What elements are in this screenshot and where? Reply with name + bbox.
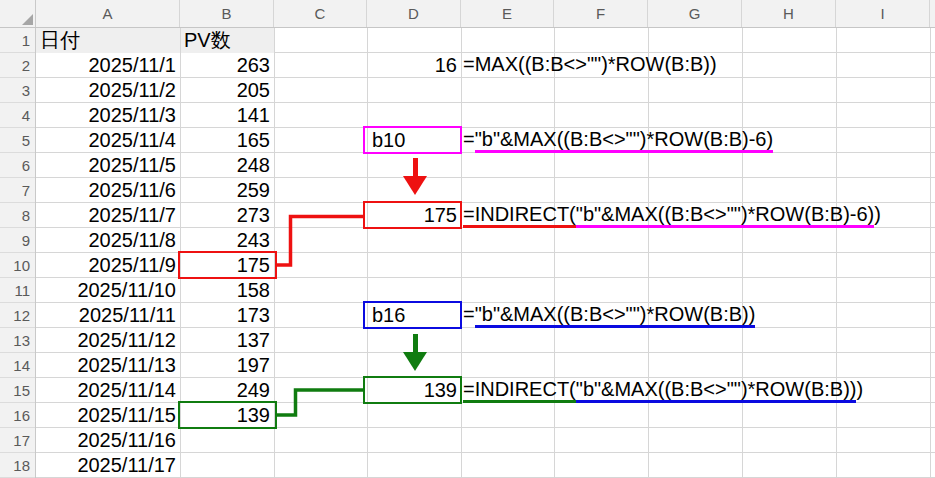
pv-cell[interactable]: 197 bbox=[180, 353, 270, 378]
column-header-h[interactable]: H bbox=[742, 0, 836, 27]
cell-b1-pv-header[interactable]: PV数 bbox=[184, 28, 231, 53]
vertical-gridline bbox=[836, 28, 837, 478]
formula-eq: = bbox=[463, 128, 475, 150]
vertical-gridline bbox=[461, 28, 462, 478]
date-cell[interactable]: 2025/11/7 bbox=[36, 203, 176, 228]
pv-cell[interactable]: 273 bbox=[180, 203, 270, 228]
column-header-e[interactable]: E bbox=[461, 0, 554, 27]
red-down-arrow-icon bbox=[413, 158, 418, 178]
column-header-a[interactable]: A bbox=[36, 0, 180, 27]
row-number-14[interactable]: 14 bbox=[0, 353, 30, 378]
date-cell[interactable]: 2025/11/13 bbox=[36, 353, 176, 378]
pv-cell[interactable]: 165 bbox=[180, 128, 270, 153]
row-number-16[interactable]: 16 bbox=[0, 403, 30, 428]
pv-cell[interactable]: 205 bbox=[180, 78, 270, 103]
cell-d2[interactable]: 16 bbox=[367, 53, 457, 78]
column-header-b[interactable]: B bbox=[180, 0, 274, 27]
column-header-strip: ABCDEFGHI bbox=[0, 0, 935, 28]
formula-e5[interactable]: ="b"&MAX((B:B<>"")*ROW(B:B)-6) bbox=[463, 128, 773, 153]
formula-e12[interactable]: ="b"&MAX((B:B<>"")*ROW(B:B)) bbox=[463, 303, 755, 328]
formula-e2[interactable]: =MAX((B:B<>"")*ROW(B:B)) bbox=[463, 53, 717, 75]
row-number-11[interactable]: 11 bbox=[0, 278, 30, 303]
formula-head-green-underline: =INDIRECT( bbox=[463, 378, 576, 403]
vertical-gridline bbox=[930, 28, 931, 478]
vertical-gridline bbox=[742, 28, 743, 478]
red-down-arrowhead-icon bbox=[403, 176, 427, 195]
row-number-5[interactable]: 5 bbox=[0, 128, 30, 153]
formula-text: =MAX((B:B<>"")*ROW(B:B)) bbox=[463, 53, 717, 75]
pv-cell[interactable]: 158 bbox=[180, 278, 270, 303]
date-cell[interactable]: 2025/11/16 bbox=[36, 428, 176, 453]
date-cell[interactable]: 2025/11/10 bbox=[36, 278, 176, 303]
date-cell[interactable]: 2025/11/9 bbox=[36, 253, 176, 278]
date-cell[interactable]: 2025/11/8 bbox=[36, 228, 176, 253]
green-down-arrowhead-icon bbox=[403, 352, 427, 371]
pv-cell[interactable]: 263 bbox=[180, 53, 270, 78]
column-header-g[interactable]: G bbox=[648, 0, 742, 27]
row-number-4[interactable]: 4 bbox=[0, 103, 30, 128]
select-all-corner[interactable] bbox=[0, 0, 36, 27]
pv-cell[interactable]: 243 bbox=[180, 228, 270, 253]
vertical-gridline bbox=[648, 28, 649, 478]
row-number-9[interactable]: 9 bbox=[0, 228, 30, 253]
row-number-17[interactable]: 17 bbox=[0, 428, 30, 453]
highlight-box-d15-green bbox=[363, 376, 462, 404]
pv-cell[interactable] bbox=[180, 453, 270, 478]
formula-e8[interactable]: =INDIRECT("b"&MAX((B:B<>"")*ROW(B:B)-6)) bbox=[463, 203, 881, 228]
date-cell[interactable]: 2025/11/2 bbox=[36, 78, 176, 103]
date-cell[interactable]: 2025/11/14 bbox=[36, 378, 176, 403]
pv-cell[interactable]: 248 bbox=[180, 153, 270, 178]
row-number-1[interactable]: 1 bbox=[0, 28, 30, 53]
date-cell[interactable]: 2025/11/15 bbox=[36, 403, 176, 428]
formula-body-blue-underline: "b"&MAX((B:B<>"")*ROW(B:B)) bbox=[576, 378, 857, 403]
date-cell[interactable]: 2025/11/5 bbox=[36, 153, 176, 178]
pv-cell[interactable] bbox=[180, 428, 270, 453]
spreadsheet: ABCDEFGHI 123456789101112131415161718 日付… bbox=[0, 0, 935, 478]
row-number-12[interactable]: 12 bbox=[0, 303, 30, 328]
formula-head-red-underline: =INDIRECT( bbox=[463, 203, 576, 228]
pv-cell[interactable]: 259 bbox=[180, 178, 270, 203]
row-number-6[interactable]: 6 bbox=[0, 153, 30, 178]
column-header-i[interactable]: I bbox=[836, 0, 930, 27]
pv-cell[interactable]: 249 bbox=[180, 378, 270, 403]
highlight-box-d12-blue bbox=[363, 301, 462, 329]
green-down-arrow-icon bbox=[413, 334, 418, 354]
highlight-box-d5-magenta bbox=[363, 126, 462, 154]
column-header-d[interactable]: D bbox=[367, 0, 461, 27]
date-cell[interactable]: 2025/11/3 bbox=[36, 103, 176, 128]
column-header-f[interactable]: F bbox=[554, 0, 648, 27]
formula-eq: = bbox=[463, 303, 475, 325]
column-header-c[interactable]: C bbox=[274, 0, 367, 27]
row-number-10[interactable]: 10 bbox=[0, 253, 30, 278]
row-number-gutter: 123456789101112131415161718 bbox=[0, 28, 36, 478]
date-cell[interactable]: 2025/11/1 bbox=[36, 53, 176, 78]
pv-cell[interactable]: 137 bbox=[180, 328, 270, 353]
formula-tail: ) bbox=[874, 203, 881, 225]
row-number-7[interactable]: 7 bbox=[0, 178, 30, 203]
pv-cell[interactable]: 173 bbox=[180, 303, 270, 328]
row-number-15[interactable]: 15 bbox=[0, 378, 30, 403]
date-cell[interactable]: 2025/11/12 bbox=[36, 328, 176, 353]
row-number-8[interactable]: 8 bbox=[0, 203, 30, 228]
row-number-2[interactable]: 2 bbox=[0, 53, 30, 78]
formula-e15[interactable]: =INDIRECT("b"&MAX((B:B<>"")*ROW(B:B))) bbox=[463, 378, 863, 403]
formula-tail: ) bbox=[856, 378, 863, 400]
cell-a1-date-header[interactable]: 日付 bbox=[40, 28, 80, 53]
row-number-3[interactable]: 3 bbox=[0, 78, 30, 103]
date-cell[interactable]: 2025/11/11 bbox=[36, 303, 176, 328]
highlight-box-b10-red bbox=[178, 251, 277, 279]
formula-body-blue-underline: "b"&MAX((B:B<>"")*ROW(B:B)) bbox=[475, 303, 756, 328]
highlight-box-b16-green bbox=[178, 401, 277, 429]
date-cell[interactable]: 2025/11/6 bbox=[36, 178, 176, 203]
formula-body-magenta-underline: "b"&MAX((B:B<>"")*ROW(B:B)-6) bbox=[475, 128, 773, 153]
row-number-13[interactable]: 13 bbox=[0, 328, 30, 353]
row-number-18[interactable]: 18 bbox=[0, 453, 30, 478]
date-cell[interactable]: 2025/11/4 bbox=[36, 128, 176, 153]
select-all-triangle-icon bbox=[22, 14, 33, 25]
vertical-gridline bbox=[554, 28, 555, 478]
vertical-gridline bbox=[367, 28, 368, 478]
date-cell[interactable]: 2025/11/17 bbox=[36, 453, 176, 478]
pv-cell[interactable]: 141 bbox=[180, 103, 270, 128]
highlight-box-d8-red bbox=[363, 201, 462, 229]
formula-body-magenta-underline: "b"&MAX((B:B<>"")*ROW(B:B)-6) bbox=[576, 203, 874, 228]
